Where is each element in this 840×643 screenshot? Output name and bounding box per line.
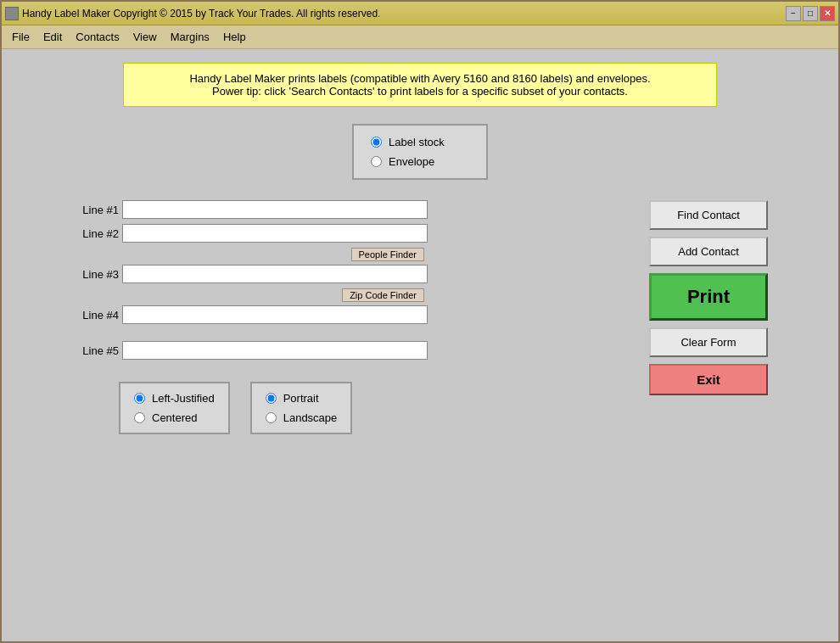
left-justified-radio[interactable] — [134, 393, 145, 404]
line2-input[interactable] — [122, 224, 428, 243]
info-line1: Handy Label Maker prints labels (compati… — [141, 72, 699, 85]
form-area: Line #1 Line #2 People Finder Line #3 — [72, 200, 768, 434]
line2-row: Line #2 — [72, 224, 615, 243]
line4-row: Line #4 — [72, 305, 615, 324]
portrait-label: Portrait — [283, 392, 319, 405]
menu-contacts[interactable]: Contacts — [69, 27, 126, 47]
bottom-options: Left-Justified Centered Portrait — [119, 382, 615, 434]
envelope-radio[interactable] — [371, 156, 382, 167]
portrait-option[interactable]: Portrait — [266, 392, 338, 405]
buttons-section: Find Contact Add Contact Print Clear For… — [649, 200, 768, 434]
orientation-group: Portrait Landscape — [250, 382, 353, 434]
menu-bar: File Edit Contacts View Margins Help — [2, 25, 838, 49]
people-finder-row: People Finder — [72, 248, 424, 261]
centered-label: Centered — [152, 411, 197, 424]
info-banner: Handy Label Maker prints labels (compati… — [123, 63, 717, 107]
menu-margins[interactable]: Margins — [164, 27, 216, 47]
lines-section: Line #1 Line #2 People Finder Line #3 — [72, 200, 615, 434]
left-justified-label: Left-Justified — [152, 392, 215, 405]
line1-row: Line #1 — [72, 200, 615, 219]
title-bar: Handy Label Maker Copyright © 2015 by Tr… — [2, 2, 838, 25]
menu-file[interactable]: File — [5, 27, 36, 47]
stock-type-group: Label stock Envelope — [352, 124, 488, 180]
main-content: Handy Label Maker prints labels (compati… — [2, 49, 838, 641]
landscape-label: Landscape — [283, 411, 338, 424]
centered-radio[interactable] — [134, 412, 145, 423]
line5-row: Line #5 — [72, 341, 615, 360]
maximize-button[interactable]: □ — [803, 6, 818, 21]
title-bar-left: Handy Label Maker Copyright © 2015 by Tr… — [5, 7, 380, 20]
info-line2: Power tip: click 'Search Contacts' to pr… — [141, 85, 699, 98]
minimize-button[interactable]: − — [786, 6, 801, 21]
window-title: Handy Label Maker Copyright © 2015 by Tr… — [22, 8, 380, 20]
menu-edit[interactable]: Edit — [36, 27, 69, 47]
print-button[interactable]: Print — [649, 273, 768, 321]
left-justified-option[interactable]: Left-Justified — [134, 392, 215, 405]
find-contact-button[interactable]: Find Contact — [649, 200, 768, 230]
envelope-option[interactable]: Envelope — [371, 155, 469, 168]
title-bar-controls: − □ ✕ — [786, 6, 835, 21]
main-window: Handy Label Maker Copyright © 2015 by Tr… — [0, 0, 840, 643]
clear-form-button[interactable]: Clear Form — [649, 327, 768, 357]
portrait-radio[interactable] — [266, 393, 277, 404]
line1-label: Line #1 — [72, 204, 119, 216]
label-stock-radio[interactable] — [371, 137, 382, 148]
app-icon — [5, 7, 19, 20]
zip-finder-row: Zip Code Finder — [72, 288, 424, 302]
line3-label: Line #3 — [72, 268, 119, 281]
alignment-group: Left-Justified Centered — [119, 382, 230, 434]
line2-label: Line #2 — [72, 227, 119, 240]
close-button[interactable]: ✕ — [820, 6, 835, 21]
label-stock-label: Label stock — [389, 136, 445, 148]
centered-option[interactable]: Centered — [134, 411, 215, 424]
menu-view[interactable]: View — [126, 27, 164, 47]
line5-input[interactable] — [122, 341, 428, 360]
line1-input[interactable] — [122, 200, 428, 219]
exit-button[interactable]: Exit — [649, 364, 768, 395]
envelope-label: Envelope — [389, 155, 434, 168]
label-stock-option[interactable]: Label stock — [371, 136, 469, 148]
line3-input[interactable] — [122, 265, 428, 283]
people-finder-button[interactable]: People Finder — [351, 248, 425, 261]
menu-help[interactable]: Help — [216, 27, 253, 47]
add-contact-button[interactable]: Add Contact — [649, 237, 768, 266]
line3-row: Line #3 — [72, 265, 615, 283]
zip-finder-button[interactable]: Zip Code Finder — [342, 288, 424, 302]
line5-label: Line #5 — [72, 344, 119, 357]
line4-input[interactable] — [122, 305, 428, 324]
landscape-option[interactable]: Landscape — [266, 411, 338, 424]
landscape-radio[interactable] — [266, 412, 277, 423]
line4-label: Line #4 — [72, 309, 119, 322]
